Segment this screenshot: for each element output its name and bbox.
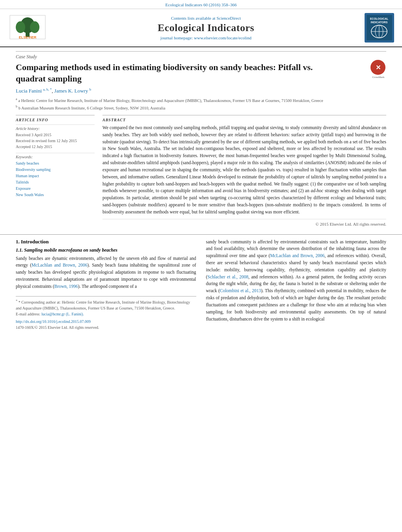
journal-citation-bar: Ecological Indicators 60 (2016) 358–366	[0, 0, 402, 9]
journal-center-info: Contents lists available at ScienceDirec…	[47, 16, 365, 40]
journal-citation: Ecological Indicators 60 (2016) 358–366	[166, 2, 237, 7]
ref-mclachlan-2006-right[interactable]: McLachlan and Brown, 2006	[270, 253, 324, 258]
svg-text:ELSEVIER: ELSEVIER	[19, 35, 37, 39]
revised-date: Received in revised form 12 July 2015	[16, 138, 95, 144]
title-area: Comparing methods used in estimating bio…	[16, 62, 386, 87]
keywords-list: Sandy beaches Biodiversity sampling Huma…	[16, 160, 95, 198]
abstract-section: ABSTRACT We compared the two most common…	[102, 115, 386, 226]
journal-title: Ecological Indicators	[47, 22, 365, 34]
svg-text:ECOLOGICAL: ECOLOGICAL	[370, 17, 389, 20]
body-col-left: 1. Introduction 1.1. Sampling mobile mac…	[16, 239, 196, 330]
crossmark-badge[interactable]: ✕ CrossMark	[370, 60, 386, 76]
accepted-date: Accepted 12 July 2015	[16, 144, 95, 150]
abstract-text: We compared the two most commonly used s…	[102, 124, 386, 216]
journal-homepage: journal homepage: www.elsevier.com/locat…	[47, 35, 365, 40]
intro-paragraph-right: sandy beach community is affected by env…	[206, 239, 387, 323]
article-section-label: Case Study	[16, 51, 386, 60]
ref-schlacher-2008[interactable]: Schlacher et al., 2008	[207, 274, 248, 279]
contents-available: Contents lists available at ScienceDirec…	[47, 16, 365, 20]
body-content: 1. Introduction 1.1. Sampling mobile mac…	[0, 234, 402, 334]
keyword-6: New South Wales	[16, 192, 95, 198]
journal-icon: ECOLOGICAL INDICATORS	[365, 13, 394, 43]
ref-mclachlan-2006[interactable]: McLachlan and Brown, 2006	[32, 263, 87, 267]
keywords-label: Keywords:	[16, 155, 95, 159]
keywords-section: Keywords: Sandy beaches Biodiversity sam…	[16, 153, 95, 198]
keyword-2: Biodiversity sampling	[16, 167, 95, 173]
article-content: Case Study Comparing methods used in est…	[0, 47, 402, 230]
article-info: ARTICLE INFO Article history: Received 3…	[16, 115, 95, 198]
keyword-4: Talitrids	[16, 179, 95, 185]
author-2: James K. Lowry	[54, 88, 88, 94]
doi-line[interactable]: http://dx.doi.org/10.1016/j.ecolind.2015…	[16, 319, 196, 324]
footnotes: * * Corresponding author at: Hellenic Ce…	[16, 296, 196, 330]
subsection-1-1-heading: 1.1. Sampling mobile macrofauna on sandy…	[16, 247, 196, 253]
author-1: Lucia Fanini	[16, 88, 42, 94]
crossmark-icon: ✕	[370, 60, 385, 75]
keyword-5: Exposure	[16, 185, 95, 192]
section-1-heading: 1. Introduction	[16, 239, 196, 245]
article-history-section: Article history: Received 3 April 2015 R…	[16, 124, 95, 150]
article-info-column: ARTICLE INFO Article history: Received 3…	[16, 115, 95, 226]
sciencedirect-link[interactable]: ScienceDirect	[216, 16, 241, 20]
article-info-abstract-section: ARTICLE INFO Article history: Received 3…	[16, 115, 386, 226]
email-link[interactable]: lucia@hcmr.gr (L. Fanini).	[41, 312, 84, 316]
corresponding-author-note: * * Corresponding author at: Hellenic Ce…	[16, 299, 196, 311]
ref-brown-1996[interactable]: Brown, 1996	[54, 284, 78, 289]
article-history-label: Article history:	[16, 126, 95, 131]
affiliations: a a Hellenic Centre for Marine Research,…	[16, 97, 386, 111]
authors-line: Lucia Fanini a, b, *, James K. Lowry b	[16, 87, 386, 94]
issn-line: 1470-160X/© 2015 Elsevier Ltd. All right…	[16, 324, 196, 330]
article-info-heading: ARTICLE INFO	[16, 118, 95, 122]
intro-paragraph-left: Sandy beaches are dynamic environments, …	[16, 255, 196, 290]
contents-label: Contents lists available at	[171, 16, 216, 20]
elsevier-logo: ELSEVIER	[8, 13, 47, 43]
homepage-link[interactable]: www.elsevier.com/locate/ecolind	[194, 35, 251, 40]
body-two-col: 1. Introduction 1.1. Sampling mobile mac…	[16, 239, 386, 330]
homepage-label: journal homepage:	[160, 35, 193, 40]
svg-point-3	[16, 21, 25, 33]
article-title: Comparing methods used in estimating bio…	[16, 62, 323, 84]
author-1-aff: a, b, *	[43, 87, 52, 91]
svg-text:INDICATORS: INDICATORS	[371, 21, 388, 24]
keyword-3: Human impact	[16, 173, 95, 179]
received-date: Received 3 April 2015	[16, 132, 95, 138]
affiliation-a: a a Hellenic Centre for Marine Research,…	[16, 97, 386, 104]
keyword-1: Sandy beaches	[16, 160, 95, 167]
ref-colombini-2013[interactable]: Colombini et al., 2013	[220, 288, 261, 293]
abstract-heading: ABSTRACT	[102, 118, 386, 122]
journal-header: ELSEVIER Contents lists available at Sci…	[0, 9, 402, 47]
abstract-column: ABSTRACT We compared the two most common…	[102, 115, 386, 226]
copyright: © 2015 Elsevier Ltd. All rights reserved…	[102, 219, 386, 226]
svg-point-4	[30, 21, 39, 33]
affiliation-b: b b Australian Museum Research Institute…	[16, 104, 386, 111]
author-2-aff: b	[89, 87, 91, 91]
body-col-right: sandy beach community is affected by env…	[206, 239, 387, 330]
email-note: E-mail address: lucia@hcmr.gr (L. Fanini…	[16, 311, 196, 317]
